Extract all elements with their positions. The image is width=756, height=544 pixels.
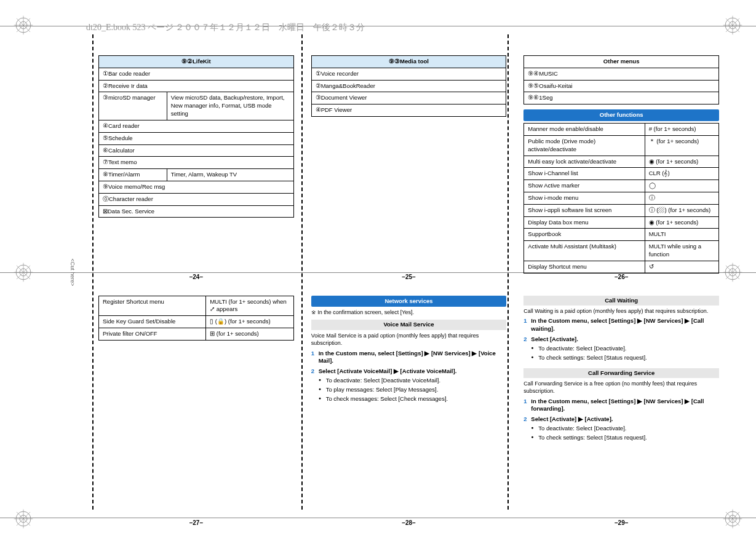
callwaiting-steps: 1In the Custom menu, select [Settings] ▶… [523, 317, 719, 364]
page-number: –26– [615, 273, 628, 282]
crop-line-bottom [0, 518, 756, 518]
page-number: –29– [615, 519, 628, 527]
table-cell: Manner mode enable/disable [524, 124, 645, 136]
callwaiting-heading: Call Waiting [523, 296, 719, 306]
list-item: 1In the Custom menu, select [Settings] ▶… [523, 317, 719, 333]
cut-here-label: <Cut here> [70, 258, 76, 286]
page-28: Network services ※ In the confirmation s… [311, 296, 507, 514]
table-row: ⊠Data Sec. Service [99, 205, 294, 218]
network-services-heading: Network services [311, 296, 507, 307]
table-cell: MULTI [645, 229, 718, 241]
table-cell: Public mode (Drive mode) activate/deacti… [524, 135, 645, 156]
table-row: ①Voice recorder [311, 68, 506, 80]
table-cell: Register Shortcut menu [99, 296, 206, 316]
table-cell: Multi easy lock activate/deactivate [524, 156, 645, 168]
lifekit-header: ⑨②LifeKit [99, 56, 294, 68]
voicemail-bullets: To deactivate: Select [Deactivate VoiceM… [319, 377, 507, 403]
callforwarding-steps: 1In the Custom menu, select [Settings] ▶… [523, 398, 719, 444]
table-cell: Display Shortcut menu [524, 261, 645, 273]
list-item: 2Select [Activate] ▶ [Activate]. To deac… [523, 416, 719, 441]
table-row: ⑦Text memo [99, 157, 294, 169]
table-row: ⑨Voice memo/Rec msg [99, 181, 294, 193]
callwaiting-intro: Call Waiting is a paid option (monthly f… [523, 307, 719, 315]
table-cell: MULTI while using a function [645, 241, 718, 261]
table-cell: ◉ (for 1+ seconds) [645, 216, 718, 229]
table-cell: Display Data box menu [524, 216, 645, 229]
table-cell: Show i-αppli software list screen [524, 204, 645, 216]
step-text: Select [Activate]. [531, 336, 578, 342]
table-cell: MULTI (for 1+ seconds) when ⤢ appears [206, 296, 294, 316]
list-item: 1In the Custom menu, select [Settings] ▶… [523, 398, 719, 414]
step-text: In the Custom menu, select [Settings] ▶ … [531, 317, 704, 332]
callforwarding-intro: Call Forwarding Service is a free option… [523, 380, 719, 395]
table-row: ②Manga&BookReader [311, 80, 506, 92]
othermenus-table: Other menus ⑨④MUSIC ⑨⑤Osaifu-Keitai ⑨⑥1S… [523, 55, 719, 104]
list-item: To check settings: Select [Status reques… [531, 434, 719, 442]
voicemail-heading: Voice Mail Service [311, 320, 507, 330]
page-number: –24– [189, 273, 203, 282]
voicemail-intro: Voice Mail Service is a paid option (mon… [311, 332, 507, 347]
table-row: ④PDF Viewer [311, 104, 506, 117]
registration-mark-bottom-left [12, 508, 34, 530]
table-cell: Show Active marker [524, 180, 645, 192]
registration-mark-top-right [722, 14, 744, 36]
page-root: dt20_E.book 523 ページ ２００７年１２月１２日 水曜日 午後２時… [0, 0, 756, 544]
page-number: –28– [402, 519, 415, 527]
table-cell: CLR (𝄞) [645, 168, 718, 180]
table-cell: Side Key Guard Set/Disable [99, 316, 206, 328]
table-cell: Activate Multi Assistant (Multitask) [524, 241, 645, 261]
step-text: In the Custom menu, select [Settings] ▶ … [531, 398, 704, 412]
fold-line-1 [92, 34, 94, 510]
table-cell: Timer, Alarm, Wakeup TV [167, 169, 293, 181]
list-item: To play messages: Select [Play Messages]… [319, 386, 507, 394]
table-row: ⑨④MUSIC [524, 68, 719, 80]
table-cell: Show i-Channel list [524, 168, 645, 180]
book-header: dt20_E.book 523 ページ ２００７年１２月１２日 水曜日 午後２時… [86, 22, 365, 33]
table-cell: ③microSD manager [99, 92, 167, 120]
page-number: –27– [189, 519, 203, 527]
table-row: ②Receive Ir data [99, 80, 294, 92]
table-cell: ◉ (for 1+ seconds) [645, 156, 718, 168]
table-cell: ↺ [645, 261, 718, 273]
confirmation-note: ※ In the confirmation screen, select [Ye… [311, 309, 507, 316]
mediatool-header: ⑨③Media tool [311, 56, 506, 68]
page-26: Other menus ⑨④MUSIC ⑨⑤Osaifu-Keitai ⑨⑥1S… [523, 55, 719, 267]
othermenus-header: Other menus [524, 56, 719, 68]
list-item: 2Select [Activate]. To deactivate: Selec… [523, 336, 719, 361]
table-cell: Show i-mode menu [524, 192, 645, 204]
table-cell: View microSD data, Backup/restore, Impor… [167, 92, 293, 120]
list-item: To check settings: Select [Status reques… [531, 354, 719, 362]
content-grid: ⑨②LifeKit ①Bar code reader ②Receive Ir d… [98, 55, 719, 513]
table-row: ③Document Viewer [311, 92, 506, 104]
other-functions-table: Manner mode enable/disable# (for 1+ seco… [523, 123, 719, 274]
table-row: ⑤Schedule [99, 132, 294, 144]
table-cell: ⊞ (for 1+ seconds) [206, 328, 294, 340]
list-item: To deactivate: Select [Deactivate]. [531, 425, 719, 433]
list-item: 1In the Custom menu, select [Settings] ▶… [311, 350, 507, 366]
list-item: To check messages: Select [Check message… [319, 395, 507, 403]
table-cell: # (for 1+ seconds) [645, 124, 718, 136]
table-cell: ◯ [645, 180, 718, 192]
table-row: ⑥Calculator [99, 144, 294, 157]
list-item: To deactivate: Select [Deactivate VoiceM… [319, 377, 507, 385]
list-item: 2Select [Activate VoiceMail] ▶ [Activate… [311, 368, 507, 403]
table-row: ④Card reader [99, 120, 294, 132]
table-cell: ＊ (for 1+ seconds) [645, 135, 718, 156]
page-25: ⑨③Media tool ①Voice recorder ②Manga&Book… [311, 55, 507, 267]
table-row: ①Bar code reader [99, 68, 294, 80]
page-29: Call Waiting Call Waiting is a paid opti… [523, 296, 719, 514]
voicemail-steps: 1In the Custom menu, select [Settings] ▶… [311, 350, 507, 406]
page-number: –25– [402, 273, 415, 282]
table-cell: ▯ (🔒) (for 1+ seconds) [206, 316, 294, 328]
other-functions-heading: Other functions [523, 109, 719, 121]
step-text: In the Custom menu, select [Settings] ▶ … [319, 350, 496, 365]
mediatool-table: ⑨③Media tool ①Voice recorder ②Manga&Book… [311, 55, 507, 117]
table-cell: Private filter ON/OFF [99, 328, 206, 340]
page-27: Register Shortcut menuMULTI (for 1+ seco… [98, 296, 294, 514]
table-cell: ⓘ [645, 192, 718, 204]
table-row: ⑨⑤Osaifu-Keitai [524, 80, 719, 92]
table-cell: Supportbook [524, 229, 645, 241]
table-cell: ⓘ (▨) (for 1+ seconds) [645, 204, 718, 216]
registration-mark-bottom-right [722, 508, 744, 530]
callforwarding-heading: Call Forwarding Service [523, 368, 719, 379]
